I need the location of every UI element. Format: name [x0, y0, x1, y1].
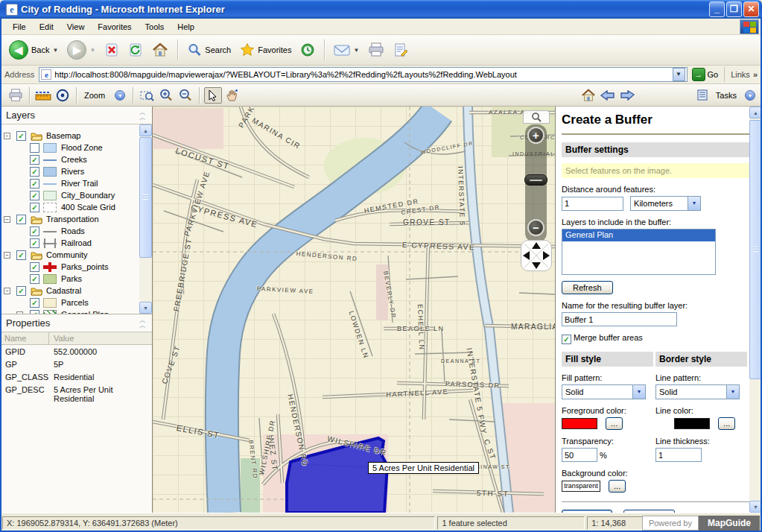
- layer-checkbox[interactable]: ✓: [16, 215, 26, 224]
- layer-checkbox[interactable]: ✓: [30, 262, 39, 272]
- layer-checkbox[interactable]: ✓: [30, 274, 39, 284]
- print-map-button[interactable]: [7, 87, 25, 104]
- pan-control[interactable]: [521, 240, 552, 271]
- line-color-swatch[interactable]: [674, 418, 710, 429]
- layer-group-row[interactable]: −✓Community: [0, 250, 139, 262]
- search-button[interactable]: Search: [182, 41, 235, 59]
- menu-tools[interactable]: Tools: [139, 20, 171, 34]
- scrollbar-thumb[interactable]: [139, 137, 152, 258]
- layer-checkbox[interactable]: ✓: [16, 250, 26, 260]
- buffer-layer-option[interactable]: General Plan: [562, 229, 715, 241]
- refresh-button[interactable]: Refresh: [562, 281, 613, 294]
- layer-checkbox[interactable]: [30, 143, 39, 153]
- layer-checkbox[interactable]: ✓: [30, 298, 39, 308]
- layer-group-row[interactable]: −✓Cadastral: [0, 285, 139, 297]
- pan-tool-button[interactable]: [223, 87, 241, 104]
- history-button[interactable]: [296, 41, 320, 59]
- zoom-out-button[interactable]: [177, 87, 194, 104]
- layer-checkbox[interactable]: ✓: [30, 167, 39, 177]
- edit-button[interactable]: [389, 41, 413, 59]
- home-button[interactable]: [147, 41, 173, 59]
- expander-icon[interactable]: −: [4, 216, 10, 223]
- menu-favorites[interactable]: Favorites: [91, 20, 138, 34]
- layer-row[interactable]: ✓Railroad: [0, 238, 139, 250]
- menu-edit[interactable]: Edit: [33, 20, 60, 34]
- stop-button[interactable]: [100, 41, 124, 59]
- maximize-button[interactable]: ❐: [726, 1, 742, 17]
- minimize-button[interactable]: _: [709, 1, 725, 17]
- zoom-slider-handle[interactable]: [524, 174, 547, 186]
- layer-checkbox[interactable]: ✓: [30, 191, 39, 200]
- menu-file[interactable]: File: [6, 20, 33, 34]
- address-input[interactable]: e http://localhost:8008/mapguide/mapview…: [39, 67, 687, 82]
- address-dropdown-icon[interactable]: ▼: [673, 68, 685, 81]
- layer-checkbox[interactable]: ✓: [30, 179, 39, 189]
- collapse-panel-icon[interactable]: ︿︿: [139, 110, 146, 121]
- measure-button[interactable]: [34, 87, 52, 104]
- buffer-layers-listbox[interactable]: General Plan: [562, 229, 716, 275]
- units-select[interactable]: Kilometers ▼: [630, 196, 701, 211]
- collapse-panel-icon[interactable]: ︿︿: [139, 318, 146, 329]
- zoom-in-button[interactable]: [157, 87, 175, 104]
- layer-checkbox[interactable]: ✓: [30, 155, 39, 165]
- task-back-button[interactable]: [599, 87, 617, 104]
- layer-row[interactable]: ✓400 Scale Grid: [0, 202, 139, 214]
- favorites-button[interactable]: Favorites: [235, 41, 296, 59]
- expander-icon[interactable]: −: [4, 133, 10, 139]
- foreground-color-picker-button[interactable]: ...: [606, 417, 623, 430]
- distance-input[interactable]: [562, 197, 623, 211]
- layer-row[interactable]: ✓Roads: [0, 226, 139, 238]
- background-color-picker-button[interactable]: ...: [609, 480, 626, 493]
- print-button[interactable]: [363, 41, 389, 59]
- mail-dropdown-icon[interactable]: ▼: [353, 47, 359, 54]
- zoom-slider-plus-icon[interactable]: +: [527, 127, 544, 144]
- zoom-slider-minus-icon[interactable]: −: [527, 219, 544, 236]
- line-pattern-select[interactable]: Solid ▼: [655, 384, 740, 399]
- links-button[interactable]: Links »: [724, 67, 758, 82]
- close-button[interactable]: ✕: [743, 1, 759, 17]
- menu-view[interactable]: View: [60, 20, 92, 34]
- expander-icon[interactable]: −: [4, 252, 10, 259]
- scroll-down-icon[interactable]: ▼: [139, 302, 152, 314]
- layer-checkbox[interactable]: ✓: [16, 286, 26, 296]
- layer-row[interactable]: ✓Rivers: [0, 166, 139, 178]
- map-search-button[interactable]: [523, 110, 550, 124]
- initial-center-button[interactable]: [54, 87, 72, 104]
- layer-row[interactable]: ✓Parks: [0, 273, 139, 285]
- layer-row[interactable]: ✓Creeks: [0, 154, 139, 166]
- refresh-button[interactable]: [124, 41, 147, 59]
- foreground-color-swatch[interactable]: [562, 418, 597, 429]
- layer-group-row[interactable]: −✓Basemap: [0, 130, 139, 142]
- task-forward-button[interactable]: [618, 87, 636, 104]
- layer-row[interactable]: ✓City_Boundary: [0, 190, 139, 202]
- line-color-picker-button[interactable]: ...: [718, 417, 735, 430]
- merge-buffer-checkbox[interactable]: ✓: [562, 335, 571, 344]
- layer-row[interactable]: ✓Parcels: [0, 297, 139, 309]
- layer-checkbox[interactable]: ✓: [30, 203, 39, 212]
- layer-row[interactable]: Flood Zone: [0, 142, 139, 154]
- task-home-button[interactable]: [580, 87, 597, 104]
- back-button[interactable]: ◀ Back ▼: [4, 39, 63, 61]
- go-button[interactable]: → Go: [692, 68, 719, 81]
- layer-checkbox[interactable]: ✓: [16, 131, 26, 141]
- forward-button[interactable]: ▶ ▼: [63, 39, 100, 61]
- line-thickness-input[interactable]: [655, 448, 702, 462]
- scroll-up-icon[interactable]: ▲: [139, 124, 152, 136]
- background-color-swatch[interactable]: transparent: [562, 481, 600, 492]
- layer-checkbox[interactable]: ✓: [30, 227, 39, 236]
- buffer-name-input[interactable]: [562, 312, 677, 326]
- menu-help[interactable]: Help: [171, 20, 201, 34]
- layers-scrollbar[interactable]: ▲ ▼: [139, 124, 152, 314]
- map-viewport[interactable]: LOCUST STCYPRESS AVEE CYPRESS AVEGROVE S…: [153, 107, 555, 513]
- select-tool-button[interactable]: [204, 87, 222, 104]
- zoom-rectangle-button[interactable]: [138, 87, 156, 104]
- layer-checkbox[interactable]: ✓: [30, 238, 39, 248]
- layer-group-row[interactable]: −✓Transportation: [0, 214, 139, 226]
- layer-row[interactable]: ✓River Trail: [0, 178, 139, 190]
- tasks-menu-button[interactable]: Tasks ▼: [697, 87, 755, 104]
- fill-pattern-select[interactable]: Solid ▼: [562, 384, 646, 399]
- layer-row[interactable]: ✓Parks_points: [0, 262, 139, 273]
- expander-icon[interactable]: −: [4, 288, 10, 294]
- back-dropdown-icon[interactable]: ▼: [52, 47, 58, 54]
- transparency-input[interactable]: [562, 448, 597, 462]
